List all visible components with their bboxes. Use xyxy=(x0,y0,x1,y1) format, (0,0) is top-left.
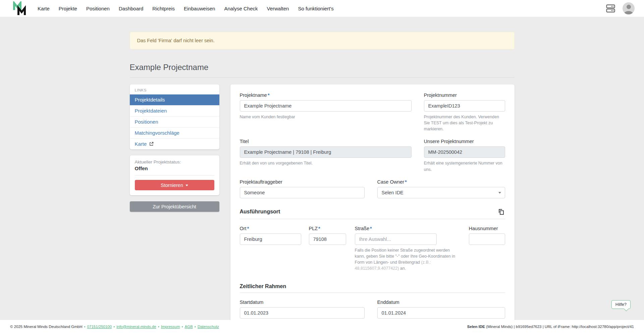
brand-logo[interactable] xyxy=(13,1,26,15)
footer-user-name: Selen IDE xyxy=(467,325,485,329)
project-details-form: Projektname* Name vom Kunden festlegbar … xyxy=(230,84,515,329)
footer-separator xyxy=(83,325,87,329)
page-title: Example Projectname xyxy=(130,63,515,78)
avatar-head-icon xyxy=(627,5,631,9)
stornieren-button-label: Stornieren xyxy=(161,183,183,188)
hausnummer-input[interactable] xyxy=(469,234,505,245)
user-avatar[interactable] xyxy=(623,2,635,14)
section-title-ausfuehrungsort: Ausführungsort xyxy=(240,209,280,215)
projektnummer-label: Projektnummer xyxy=(424,92,505,98)
main-nav: Karte Projekte Positionen Dashboard Rich… xyxy=(38,6,334,11)
left-sidebar: LINKS Projektdetails Projektdateien Posi… xyxy=(130,84,219,212)
footer-separator xyxy=(180,325,185,329)
page-footer: © 2025 Mineral Minds Deutschland GmbH 07… xyxy=(0,320,644,333)
sidebar-item-label: Projektdetails xyxy=(135,97,165,103)
sidebar-item-label: Projektdateien xyxy=(135,108,167,114)
projektnummer-input[interactable] xyxy=(424,100,505,112)
status-label: Aktueller Projektstatus: xyxy=(135,159,214,164)
plz-input[interactable] xyxy=(309,234,346,245)
hausnummer-label: Hausnummer xyxy=(469,226,505,231)
projektname-input[interactable] xyxy=(240,100,412,112)
ort-input[interactable] xyxy=(240,234,301,245)
help-button[interactable]: Hilfe? xyxy=(611,300,631,309)
unsere-projektnummer-input xyxy=(424,146,505,158)
select-caret-icon xyxy=(498,192,501,194)
footer-left: © 2025 Mineral Minds Deutschland GmbH 07… xyxy=(10,325,219,329)
footer-link-email[interactable]: info@mineral-minds.de xyxy=(116,325,156,329)
sidebar-item-karte[interactable]: Karte xyxy=(130,138,219,149)
nav-item-projekte[interactable]: Projekte xyxy=(59,6,77,11)
sidebar-item-projektdateien[interactable]: Projektdateien xyxy=(130,105,219,116)
status-value: Offen xyxy=(135,165,214,176)
nav-item-positionen[interactable]: Positionen xyxy=(86,6,110,11)
nav-item-karte[interactable]: Karte xyxy=(38,6,50,11)
required-asterisk: * xyxy=(247,226,249,231)
enddatum-input[interactable] xyxy=(377,307,505,319)
nav-item-einbauweisen[interactable]: Einbauweisen xyxy=(184,6,215,11)
plz-label: PLZ* xyxy=(309,226,346,231)
ort-label: Ort* xyxy=(240,226,301,231)
footer-session-info: (Mineral Minds) | b91695ed7623 | URL of … xyxy=(485,325,634,329)
warning-alert: Das Feld 'Firma' darf nicht leer sein. xyxy=(130,32,515,49)
footer-link-datenschutz[interactable]: Datenschutz xyxy=(198,325,219,329)
sidebar-item-label: Positionen xyxy=(135,119,158,125)
footer-link-agb[interactable]: AGB xyxy=(185,325,193,329)
server-stack-icon[interactable] xyxy=(606,4,615,13)
required-asterisk: * xyxy=(405,179,407,185)
titel-helper: Erhält den von uns vorgegebenen Titel. xyxy=(240,160,412,166)
titel-input xyxy=(240,146,412,158)
sidebar-item-label: Karte xyxy=(135,141,147,147)
footer-separator xyxy=(156,325,161,329)
sidebar-item-label: Matchingvorschläge xyxy=(135,130,179,136)
sidebar-item-positionen[interactable]: Positionen xyxy=(130,116,219,127)
page-content: Das Feld 'Firma' darf nicht leer sein. E… xyxy=(130,32,515,329)
footer-separator xyxy=(193,325,198,329)
projektnummer-helper: Projektnummer des Kunden. Verwenden Sie … xyxy=(424,114,505,132)
warning-alert-message: Das Feld 'Firma' darf nicht leer sein. xyxy=(137,38,215,43)
copyright-text: © 2025 Mineral Minds Deutschland GmbH xyxy=(10,325,83,329)
required-asterisk: * xyxy=(370,226,372,231)
case-owner-select[interactable]: Selen IDE xyxy=(377,187,505,198)
strasse-label: Straße* xyxy=(355,226,437,231)
required-asterisk: * xyxy=(318,226,320,231)
section-title-zeitlicher-rahmen: Zeitlicher Rahmen xyxy=(240,283,286,289)
nav-item-verwalten[interactable]: Verwalten xyxy=(267,6,289,11)
projektauftraggeber-label: Projektauftraggeber xyxy=(240,179,365,185)
top-navbar: Karte Projekte Positionen Dashboard Rich… xyxy=(0,0,644,17)
footer-link-phone[interactable]: 07151/250100 xyxy=(87,325,112,329)
required-asterisk: * xyxy=(268,92,270,98)
links-card-header: LINKS xyxy=(130,84,219,94)
startdatum-label: Startdatum xyxy=(240,299,365,305)
chevron-down-icon xyxy=(185,185,188,186)
nav-item-richtpreis[interactable]: Richtpreis xyxy=(152,6,175,11)
stornieren-button[interactable]: Stornieren xyxy=(135,180,214,190)
nav-item-analyse-check[interactable]: Analyse Check xyxy=(224,6,258,11)
project-status-card: Aktueller Projektstatus: Offen Storniere… xyxy=(130,155,219,195)
copy-address-button[interactable] xyxy=(497,208,505,216)
projektname-helper: Name vom Kunden festlegbar xyxy=(240,114,412,120)
projektauftraggeber-input[interactable] xyxy=(240,187,365,198)
navbar-right xyxy=(606,2,635,14)
avatar-body-icon xyxy=(624,11,633,14)
sidebar-item-projektdetails[interactable]: Projektdetails xyxy=(130,94,219,105)
zur-projektuebersicht-button[interactable]: Zur Projektübersicht xyxy=(130,201,219,212)
enddatum-label: Enddatum xyxy=(377,299,505,305)
links-card: LINKS Projektdetails Projektdateien Posi… xyxy=(130,84,219,149)
footer-link-impressum[interactable]: Impressum xyxy=(161,325,180,329)
case-owner-selected-value: Selen IDE xyxy=(382,190,404,195)
unsere-projektnummer-label: Unsere Projektnummer xyxy=(424,139,505,144)
titel-label: Titel xyxy=(240,139,412,144)
strasse-input[interactable] xyxy=(355,234,437,245)
copy-icon xyxy=(498,208,504,215)
footer-right: Selen IDE (Mineral Minds) | b91695ed7623… xyxy=(467,325,634,329)
footer-separator xyxy=(112,325,116,329)
external-link-icon xyxy=(149,142,154,146)
mineral-minds-logo-icon xyxy=(13,1,26,15)
nav-item-dashboard[interactable]: Dashboard xyxy=(119,6,143,11)
projektname-label: Projektname* xyxy=(240,92,412,98)
startdatum-input[interactable] xyxy=(240,307,365,319)
nav-item-so-funktionierts[interactable]: So funktioniert's xyxy=(298,6,333,11)
sidebar-item-matchingvorschlaege[interactable]: Matchingvorschläge xyxy=(130,127,219,138)
unsere-projektnummer-helper: Erhält eine systemgenerierte Nummer von … xyxy=(424,160,505,172)
case-owner-label: Case Owner* xyxy=(377,179,505,185)
